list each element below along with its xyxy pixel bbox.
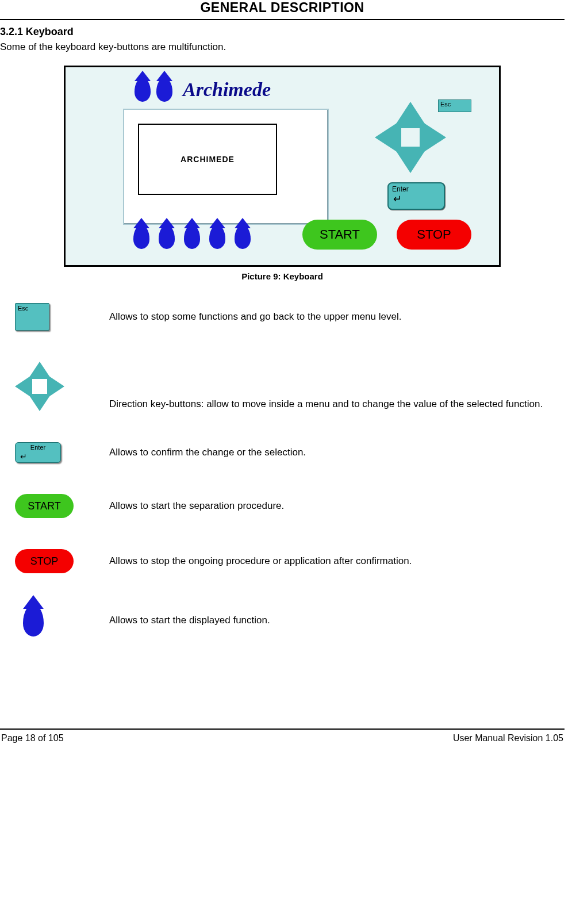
screen-label: ARCHIMEDE [181,155,235,164]
arrow-right-icon [47,375,64,398]
start-label: START [320,227,360,242]
start-label: START [28,500,60,512]
drop-icon [23,604,44,637]
figure-caption: Picture 9: Keyboard [0,271,565,281]
start-button[interactable]: START [302,220,377,250]
enter-arrow-icon: ↵ [393,193,402,205]
page-footer: Page 18 of 105 User Manual Revision 1.05 [0,733,565,743]
arrow-left-icon[interactable] [375,120,401,155]
title-divider [0,19,565,20]
enter-key[interactable]: Enter ↵ [387,182,445,210]
drop-icon[interactable] [133,225,149,249]
logo-row: Archimede [135,78,271,102]
desc-text-enter: Allows to confirm the change or the sele… [109,446,565,459]
drop-icon [135,78,151,102]
desc-text-stop: Allows to stop the ongoing procedure or … [109,555,565,568]
enter-arrow-icon: ↵ [20,452,27,461]
section-heading: 3.2.1 Keyboard [0,26,565,38]
footer-page: Page 18 of 105 [1,733,64,743]
desc-row-esc: Esc Allows to stop some functions and go… [0,303,565,331]
desc-row-stop: STOP Allows to stop the ongoing procedur… [0,549,565,573]
desc-text-start: Allows to start the separation procedure… [109,500,565,513]
section-title: Keyboard [26,26,74,37]
drop-icon [156,78,172,102]
enter-label: Enter [30,444,45,451]
drop-icon[interactable] [209,225,225,249]
footer-revision: User Manual Revision 1.05 [453,733,563,743]
stop-button[interactable]: STOP [397,220,471,250]
drop-icon[interactable] [235,225,251,249]
screen-outer: ARCHIMEDE [123,109,329,225]
footer-divider [0,729,565,730]
desc-row-drop: Allows to start the displayed function. [0,604,565,637]
direction-keys-icon [15,362,64,411]
desc-text-esc: Allows to stop some functions and go bac… [109,310,565,324]
desc-text-arrows: Direction key-buttons: allow to move ins… [109,398,565,411]
page-title: GENERAL DESCRIPTION [200,0,364,15]
enter-label: Enter [392,185,409,193]
arrow-left-icon [15,375,32,398]
keyboard-illustration: Archimede Esc ARCHIMEDE Enter ↵ START [64,66,501,267]
stop-button-icon: STOP [15,549,74,573]
direction-keys[interactable] [376,103,445,172]
stop-label: STOP [417,227,451,242]
key-descriptions: Esc Allows to stop some functions and go… [0,303,565,637]
drop-icon[interactable] [159,225,175,249]
logo-text: Archimede [183,79,271,101]
screen-inner: ARCHIMEDE [138,124,277,195]
drop-icon[interactable] [184,225,200,249]
start-button-icon: START [15,494,74,518]
desc-row-start: START Allows to start the separation pro… [0,494,565,518]
enter-key-icon: Enter ↵ [15,442,61,463]
desc-row-enter: Enter ↵ Allows to confirm the change or … [0,442,565,463]
desc-text-drop: Allows to start the displayed function. [109,614,565,627]
function-drops [133,225,251,249]
section-number: 3.2.1 [0,26,23,37]
intro-text: Some of the keyboard key-buttons are mul… [0,41,565,53]
stop-label: STOP [30,555,59,568]
desc-row-arrows: Direction key-buttons: allow to move ins… [0,362,565,411]
arrow-right-icon[interactable] [420,120,446,155]
esc-key-icon: Esc [15,303,49,331]
